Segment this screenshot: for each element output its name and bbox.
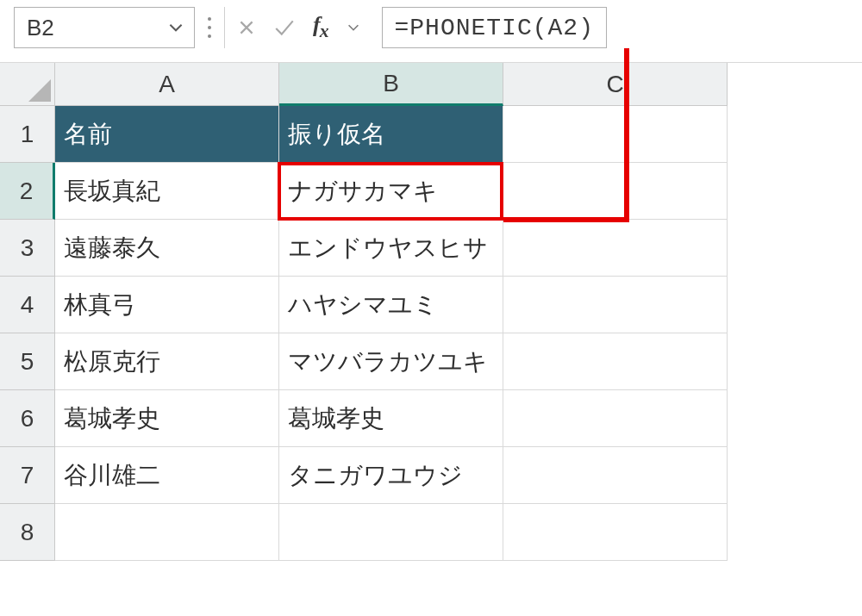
cell-A1[interactable]: 名前 [55,106,279,163]
select-all-corner[interactable] [0,63,55,106]
row-header-2[interactable]: 2 [0,163,55,220]
row-header-6[interactable]: 6 [0,390,55,447]
cell-B1[interactable]: 振り仮名 [279,106,503,163]
formula-text: =PHONETIC(A2) [395,15,594,41]
cell-B5[interactable]: マツバラカツユキ [279,333,503,390]
cell-B4[interactable]: ハヤシマユミ [279,277,503,333]
cell-A7[interactable]: 谷川雄二 [55,447,279,504]
cell-A6[interactable]: 葛城孝史 [55,390,279,447]
cell-A3[interactable]: 遠藤泰久 [55,220,279,277]
cell-C6[interactable] [503,390,728,447]
insert-function-icon[interactable]: fx [313,12,328,42]
cell-B6[interactable]: 葛城孝史 [279,390,503,447]
cell-A5[interactable]: 松原克行 [55,333,279,390]
chevron-down-icon[interactable] [166,18,185,37]
row-header-7[interactable]: 7 [0,447,55,504]
svg-point-0 [208,17,211,21]
col-header-B[interactable]: B [279,63,503,106]
cell-C2[interactable] [503,163,728,220]
svg-point-2 [208,34,211,38]
enter-icon[interactable] [273,18,296,37]
formula-bar: B2 fx =PHONETIC(A2) [0,0,862,63]
row-header-5[interactable]: 5 [0,333,55,390]
col-header-C[interactable]: C [503,63,728,106]
cell-B2[interactable]: ナガサカマキ [279,163,503,220]
cancel-icon[interactable] [237,18,256,37]
cell-C4[interactable] [503,277,728,333]
cell-A2[interactable]: 長坂真紀 [55,163,279,220]
row-header-3[interactable]: 3 [0,220,55,277]
svg-point-1 [208,26,211,29]
row-header-1[interactable]: 1 [0,106,55,163]
cell-C1[interactable] [503,106,728,163]
formula-input[interactable]: =PHONETIC(A2) [382,7,607,48]
name-box[interactable]: B2 [14,7,195,48]
cell-B7[interactable]: タニガワユウジ [279,447,503,504]
cell-C5[interactable] [503,333,728,390]
cell-C3[interactable] [503,220,728,277]
row-header-8[interactable]: 8 [0,504,55,561]
vertical-dots-icon[interactable] [203,15,216,40]
spreadsheet-grid: A B C 1 名前 振り仮名 2 長坂真紀 ナガサカマキ 3 遠藤泰久 エンド… [0,63,862,561]
row-header-4[interactable]: 4 [0,277,55,333]
cell-A4[interactable]: 林真弓 [55,277,279,333]
col-header-A[interactable]: A [55,63,279,106]
formula-bar-buttons: fx [224,7,373,48]
cell-B8[interactable] [279,504,503,561]
cell-C8[interactable] [503,504,728,561]
name-box-value: B2 [27,15,54,41]
chevron-down-icon[interactable] [346,20,361,35]
cell-B3[interactable]: エンドウヤスヒサ [279,220,503,277]
cell-A8[interactable] [55,504,279,561]
cell-C7[interactable] [503,447,728,504]
